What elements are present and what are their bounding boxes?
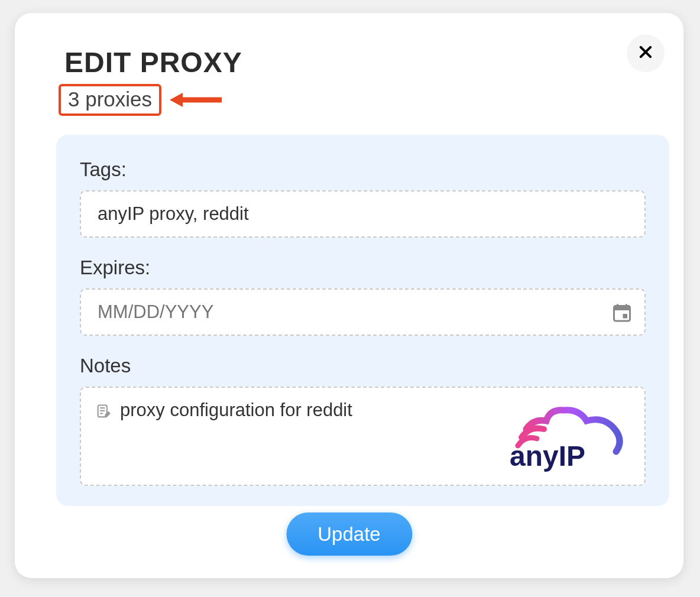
- subtitle-annotation: 3 proxies: [59, 84, 223, 116]
- anyip-logo: anyIP: [504, 395, 628, 476]
- expires-field-group: Expires:: [80, 257, 646, 336]
- edit-proxy-modal: EDIT PROXY 3 proxies Tags: Expires:: [15, 13, 683, 578]
- tags-label: Tags:: [80, 158, 646, 181]
- update-button[interactable]: Update: [286, 512, 412, 556]
- svg-text:anyIP: anyIP: [510, 440, 585, 472]
- form-panel: Tags: Expires: Notes: [56, 135, 669, 506]
- notes-input[interactable]: proxy configuration for reddit: [80, 387, 646, 486]
- svg-marker-3: [170, 93, 183, 107]
- modal-title: EDIT PROXY: [64, 46, 242, 79]
- svg-rect-5: [614, 306, 630, 311]
- expires-label: Expires:: [80, 257, 646, 279]
- tags-field-group: Tags:: [80, 158, 646, 238]
- close-icon: [637, 41, 654, 66]
- date-input-wrap: [80, 288, 646, 336]
- notes-field-group: Notes proxy configuration for reddit: [80, 355, 646, 486]
- note-edit-icon: [95, 403, 112, 420]
- notes-label: Notes: [80, 355, 646, 377]
- tags-input[interactable]: [80, 190, 646, 238]
- close-button[interactable]: [627, 34, 665, 72]
- proxy-count: 3 proxies: [59, 84, 161, 116]
- calendar-icon[interactable]: [611, 301, 633, 323]
- modal-header: EDIT PROXY: [64, 46, 242, 79]
- expires-input[interactable]: [80, 288, 646, 336]
- svg-rect-6: [623, 314, 628, 319]
- notes-value: proxy configuration for reddit: [120, 400, 352, 421]
- arrow-left-icon: [168, 89, 223, 111]
